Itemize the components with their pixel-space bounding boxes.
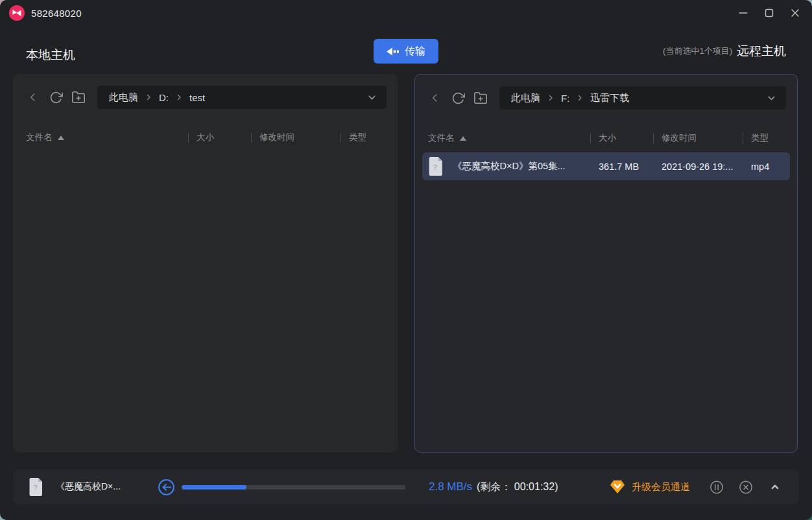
vip-gem-icon <box>609 479 626 495</box>
chevron-right-icon <box>547 94 555 102</box>
file-unknown-icon: ? <box>29 477 44 497</box>
file-name: 《恶魔高校D×D》第05集... <box>453 160 566 172</box>
breadcrumb-drive[interactable]: D: <box>159 92 169 103</box>
refresh-button[interactable] <box>451 91 465 105</box>
breadcrumb-folder[interactable]: 迅雷下载 <box>590 92 629 104</box>
transferring-file-name: 《恶魔高校D×... <box>56 481 151 493</box>
back-button[interactable] <box>26 90 40 104</box>
column-header-type[interactable]: 类型 <box>340 132 385 143</box>
chevron-right-icon <box>145 93 152 101</box>
sort-ascending-icon <box>58 136 64 140</box>
chevron-right-icon <box>175 93 183 101</box>
collapse-panel-chevron-icon[interactable] <box>768 480 782 494</box>
time-remaining: (剩余： 00:01:32) <box>477 480 558 494</box>
remote-file-list: ? 《恶魔高校D×D》第05集... 361.7 MB 2021-09-26 1… <box>415 152 797 180</box>
svg-text:?: ? <box>33 484 37 491</box>
new-folder-button[interactable] <box>71 90 86 104</box>
minimize-button[interactable] <box>730 1 756 25</box>
pause-transfer-button[interactable] <box>710 480 724 494</box>
remote-host-title: 远程主机 <box>737 43 786 60</box>
file-unknown-icon: ? <box>428 156 444 176</box>
remote-breadcrumb: 此电脑 F: 迅雷下载 <box>499 86 786 110</box>
remote-file-panel: 此电脑 F: 迅雷下载 文件名 大小 修改时间 类型 <box>414 74 798 453</box>
chevron-right-icon <box>576 94 584 102</box>
transfer-status-bar: ? 《恶魔高校D×... 2.8 MB/s (剩余： 00:01:32) 升级会… <box>13 469 799 504</box>
transfer-button-label: 传输 <box>405 45 425 58</box>
file-type: mp4 <box>743 161 783 172</box>
transfer-direction-icon <box>158 479 175 496</box>
breadcrumb-drive[interactable]: F: <box>561 93 569 104</box>
file-size: 361.7 MB <box>590 161 653 172</box>
local-breadcrumb: 此电脑 D: test <box>97 86 387 109</box>
sort-ascending-icon <box>460 136 466 141</box>
selection-info: (当前选中1个项目) <box>663 45 732 57</box>
svg-text:?: ? <box>433 163 437 171</box>
file-row[interactable]: ? 《恶魔高校D×D》第05集... 361.7 MB 2021-09-26 1… <box>422 152 790 180</box>
transfer-speed: 2.8 MB/s <box>429 480 472 493</box>
transfer-button[interactable]: 传输 <box>374 39 438 64</box>
breadcrumb-folder[interactable]: test <box>189 92 205 103</box>
column-header-name[interactable]: 文件名 <box>428 132 590 144</box>
file-modified: 2021-09-26 19:... <box>653 161 743 172</box>
local-file-panel: 此电脑 D: test 文件名 大小 修改时间 类型 <box>13 74 398 453</box>
app-window: 582648020 本地主机 传输 (当前选中1个项目) 远程主机 <box>0 0 812 520</box>
upgrade-vip-link[interactable]: 升级会员通道 <box>609 479 690 495</box>
path-dropdown-chevron-icon[interactable] <box>366 92 377 103</box>
transfer-arrow-icon <box>387 47 400 56</box>
maximize-button[interactable] <box>756 1 782 25</box>
close-button[interactable] <box>782 1 808 25</box>
path-dropdown-chevron-icon[interactable] <box>766 93 777 104</box>
breadcrumb-root[interactable]: 此电脑 <box>109 91 138 104</box>
refresh-button[interactable] <box>49 90 63 104</box>
new-folder-button[interactable] <box>473 91 488 105</box>
app-logo-icon <box>9 5 25 21</box>
local-host-title: 本地主机 <box>26 47 75 64</box>
column-header-type[interactable]: 类型 <box>743 132 784 144</box>
column-header-modified[interactable]: 修改时间 <box>251 132 340 143</box>
vip-label: 升级会员通道 <box>632 481 690 493</box>
progress-fill <box>182 485 246 490</box>
cancel-transfer-button[interactable] <box>739 480 753 494</box>
column-header-name[interactable]: 文件名 <box>26 132 188 143</box>
transfer-progress-bar <box>182 485 405 490</box>
back-button[interactable] <box>428 91 442 105</box>
breadcrumb-root[interactable]: 此电脑 <box>511 92 540 104</box>
column-header-size[interactable]: 大小 <box>590 132 653 144</box>
column-header-size[interactable]: 大小 <box>188 132 251 143</box>
window-title: 582648020 <box>31 8 82 19</box>
column-header-modified[interactable]: 修改时间 <box>653 132 743 144</box>
title-bar: 582648020 <box>0 0 812 26</box>
